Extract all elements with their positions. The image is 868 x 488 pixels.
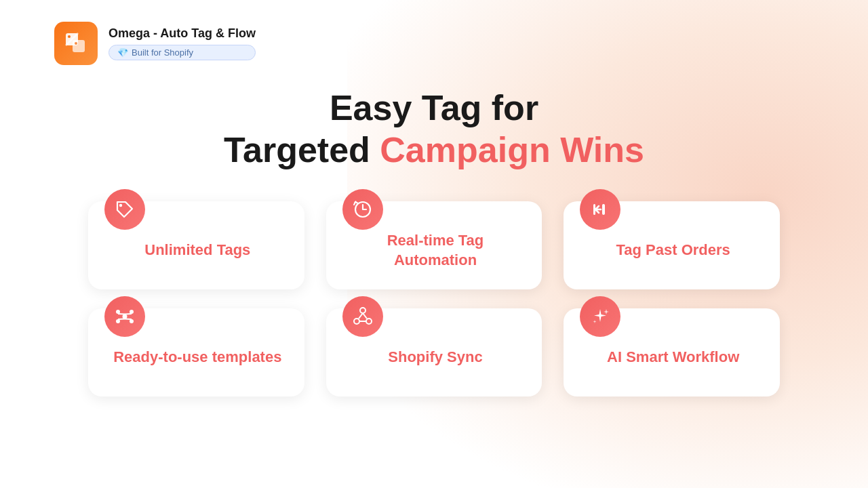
svg-line-16 [118,319,125,319]
shopify-badge: 💎 Built for Shopify [108,45,256,60]
svg-point-5 [119,204,122,207]
realtime-icon-circle [342,189,383,230]
svg-point-10 [116,310,120,314]
svg-point-20 [366,319,372,324]
svg-point-9 [123,314,127,319]
app-logo [54,22,98,65]
shopify-sync-icon-circle [342,296,383,337]
svg-rect-8 [593,204,595,215]
app-header: Omega - Auto Tag & Flow 💎 Built for Shop… [54,22,814,65]
unlimited-tags-label: Unlimited Tags [107,241,285,260]
feature-grid: Unlimited Tags Real-time Tag Automation [88,201,780,396]
svg-line-15 [125,314,132,314]
svg-rect-7 [602,204,605,215]
header-text: Omega - Auto Tag & Flow 💎 Built for Shop… [108,26,256,60]
shopify-sync-label: Shopify Sync [345,348,524,367]
realtime-label: Real-time Tag Automation [345,231,524,270]
feature-card-realtime: Real-time Tag Automation [326,201,542,289]
past-orders-icon-circle [580,189,620,230]
svg-point-1 [68,35,71,38]
templates-icon-circle [104,296,145,337]
diamond-icon: 💎 [117,47,128,58]
svg-point-11 [130,310,134,314]
feature-card-past-orders: Tag Past Orders [564,201,780,289]
past-orders-label: Tag Past Orders [583,241,761,260]
svg-line-21 [359,313,363,319]
feature-card-ai-workflow: AI Smart Workflow [564,308,780,396]
svg-line-14 [118,314,125,314]
feature-card-shopify-sync: Shopify Sync [326,308,542,396]
svg-rect-3 [73,40,85,52]
unlimited-tags-icon-circle [104,189,145,230]
svg-point-13 [130,319,134,323]
hero-title: Easy Tag for Targeted Campaign Wins [54,87,814,171]
ai-workflow-icon-circle [580,296,620,337]
feature-card-unlimited-tags: Unlimited Tags [88,201,304,289]
ai-workflow-label: AI Smart Workflow [583,348,761,367]
app-name: Omega - Auto Tag & Flow [108,26,256,41]
templates-label: Ready-to-use templates [107,348,285,367]
svg-line-22 [363,313,367,319]
svg-point-12 [116,319,120,323]
svg-point-4 [75,42,77,45]
svg-point-19 [354,319,359,324]
svg-point-18 [360,308,366,313]
svg-line-17 [125,319,132,319]
feature-card-templates: Ready-to-use templates [88,308,304,396]
